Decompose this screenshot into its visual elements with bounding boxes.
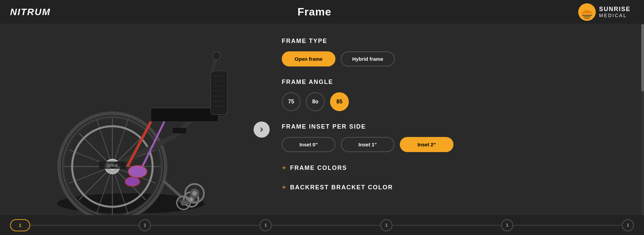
- scrollbar-thumb: [641, 24, 644, 91]
- frame-inset-section: FRAME INSET PER SIDE Inset 0" Inset 1" I…: [282, 123, 624, 152]
- step-line-1: [30, 225, 139, 226]
- inset-1-btn[interactable]: Inset 1": [341, 137, 394, 152]
- frame-angle-title: FRAME ANGLE: [282, 79, 624, 86]
- frame-angle-options: 75 8o 85: [282, 92, 624, 111]
- svg-rect-1: [582, 15, 592, 16]
- svg-text:QUIKIE: QUIKIE: [107, 164, 118, 168]
- step-2-btn[interactable]: 1: [139, 219, 151, 231]
- svg-rect-2: [583, 16, 591, 17]
- wheelchair-image: QUIKIE: [34, 42, 228, 217]
- backrest-bracket-section: + BACKREST BRACKET COLOR: [282, 184, 624, 191]
- header: NiTRUM Frame Sunrise Medical: [0, 0, 644, 24]
- step-4-btn[interactable]: 1: [380, 219, 392, 231]
- svg-rect-45: [173, 128, 186, 133]
- frame-colors-section: + FRAME COLORS: [282, 164, 624, 172]
- frame-type-options: Open frame Hybrid frame: [282, 51, 624, 66]
- svg-rect-23: [211, 71, 227, 114]
- next-arrow-button[interactable]: [254, 122, 270, 138]
- frame-type-open-btn[interactable]: Open frame: [282, 51, 335, 66]
- svg-point-31: [212, 52, 220, 60]
- frame-type-section: FRAME TYPE Open frame Hybrid frame: [282, 38, 624, 66]
- frame-inset-title: FRAME INSET PER SIDE: [282, 123, 624, 130]
- frame-colors-expand-icon: +: [282, 164, 286, 172]
- main-content: QUIKIE FRAME TYPE Open frame Hybrid fram…: [0, 24, 644, 235]
- angle-80-btn[interactable]: 8o: [306, 92, 325, 111]
- step-3-btn[interactable]: 1: [260, 219, 272, 231]
- angle-85-btn[interactable]: 85: [330, 92, 349, 111]
- sunrise-brand-bottom: Medical: [599, 13, 631, 18]
- inset-0-btn[interactable]: Inset 0": [282, 137, 335, 152]
- frame-angle-section: FRAME ANGLE 75 8o 85: [282, 79, 624, 111]
- step-5-btn[interactable]: 1: [501, 219, 513, 231]
- backrest-bracket-expand[interactable]: + BACKREST BRACKET COLOR: [282, 184, 624, 191]
- product-image-area: QUIKIE: [0, 24, 262, 235]
- step-line-2: [151, 225, 260, 226]
- frame-colors-title: FRAME COLORS: [290, 164, 347, 172]
- svg-rect-3: [585, 18, 589, 19]
- scrollbar[interactable]: [641, 24, 644, 235]
- frame-colors-expand[interactable]: + FRAME COLORS: [282, 164, 624, 172]
- frame-inset-options: Inset 0" Inset 1" Inset 2": [282, 137, 624, 152]
- bottom-navigation: 1 1 1 1 1 1: [0, 215, 644, 235]
- backrest-bracket-title: BACKREST BRACKET COLOR: [290, 184, 393, 191]
- step-line-3: [272, 225, 380, 226]
- svg-point-42: [180, 200, 186, 206]
- step-line-4: [392, 225, 501, 226]
- angle-75-btn[interactable]: 75: [282, 92, 301, 111]
- inset-2-btn[interactable]: Inset 2": [400, 137, 453, 152]
- svg-rect-22: [151, 108, 218, 122]
- nitrum-logo: NiTRUM: [10, 7, 51, 17]
- sunrise-medical-logo: Sunrise Medical: [578, 3, 631, 21]
- sunrise-text: Sunrise Medical: [599, 6, 631, 18]
- step-1-btn[interactable]: 1: [10, 219, 30, 231]
- frame-type-title: FRAME TYPE: [282, 38, 624, 45]
- frame-type-hybrid-btn[interactable]: Hybrid frame: [341, 51, 395, 66]
- config-panel: FRAME TYPE Open frame Hybrid frame FRAME…: [262, 24, 644, 235]
- svg-point-33: [125, 177, 140, 186]
- page-title: Frame: [298, 6, 331, 18]
- step-line-5: [513, 225, 622, 226]
- svg-point-40: [192, 191, 197, 196]
- sunrise-icon: [578, 3, 596, 21]
- step-6-btn[interactable]: 1: [622, 219, 634, 231]
- sunrise-brand-top: Sunrise: [599, 6, 631, 13]
- svg-point-32: [128, 166, 147, 178]
- backrest-expand-icon: +: [282, 184, 286, 191]
